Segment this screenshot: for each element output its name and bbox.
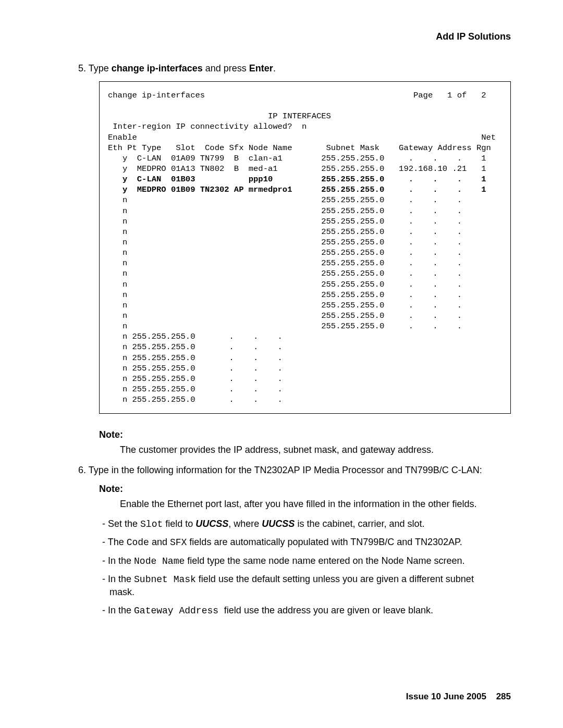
step-text: Type in the following information for th… [89, 465, 482, 475]
page-footer: Issue 10 June 2005 285 [406, 692, 511, 702]
bullet-1: - Set the Slot field to UUCSS, where UUC… [109, 517, 500, 530]
section-header: Add IP Solutions [52, 31, 511, 42]
b-mid: field to [163, 519, 195, 529]
note1-body: The customer provides the IP address, su… [120, 443, 511, 456]
step-num: 6. [78, 465, 86, 475]
t-line: y C-LAN 01A09 TN799 B clan-a1 255.255.25… [108, 154, 486, 163]
t-line: n 255.255.255.0 . . . [108, 248, 462, 257]
step-key: Enter [249, 63, 273, 73]
t-line: n 255.255.255.0 . . . [108, 269, 462, 278]
b-field: Gateway Address [134, 606, 224, 616]
t-line: n 255.255.255.0 . . . [108, 385, 283, 394]
t-line: n 255.255.255.0 . . . [108, 322, 462, 331]
t-line: n 255.255.255.0 . . . [108, 195, 462, 205]
b-field2: SFX [170, 537, 187, 548]
t-line: n 255.255.255.0 . . . [108, 301, 462, 310]
note2-label: Note: [99, 484, 511, 495]
step-6: 6. Type in the following information for… [89, 464, 500, 476]
b-pre: - In the [102, 556, 134, 566]
t-line: n 255.255.255.0 . . . [108, 374, 283, 384]
b-mid: and [149, 537, 170, 547]
t-line: change ip-interfaces Page 1 of 2 [108, 91, 486, 100]
b-field: Code [127, 537, 149, 548]
b-field: Slot [140, 519, 163, 529]
b-post: field type the same node name entered on… [185, 556, 464, 566]
b-pre: - In the [102, 605, 134, 615]
step-mid: and press [203, 63, 249, 73]
step-num: 5. [78, 63, 86, 73]
footer-issue: Issue 10 June 2005 [406, 692, 486, 701]
note2-body: Enable the Ethernet port last, after you… [120, 498, 511, 510]
b-post: is the cabinet, carrier, and slot. [295, 519, 424, 529]
t-line: Inter-region IP connectivity allowed? n [108, 122, 307, 131]
t-line: n 255.255.255.0 . . . [108, 395, 283, 404]
t-line: n 255.255.255.0 . . . [108, 258, 462, 268]
step-post: . [273, 63, 276, 73]
t-line: n 255.255.255.0 . . . [108, 353, 283, 363]
b-field: Subnet Mask [134, 574, 196, 585]
t-line: Enable Net [108, 133, 496, 142]
t-line: IP INTERFACES [108, 112, 331, 121]
step-5: 5. Type change ip-interfaces and press E… [89, 63, 511, 74]
b-val: UUCSS [195, 519, 228, 529]
t-line: n 255.255.255.0 . . . [108, 342, 283, 352]
footer-page: 285 [496, 692, 511, 701]
t-line: n 255.255.255.0 . . . [108, 364, 283, 373]
b-val2: UUCSS [262, 519, 295, 529]
b-pre: - Set the [102, 519, 140, 529]
bullet-5: - In the Gateway Address field use the a… [109, 604, 500, 617]
b-post: field use the address you are given or l… [224, 605, 433, 615]
b-field: Node Name [134, 556, 185, 566]
t-line: n 255.255.255.0 . . . [108, 227, 462, 237]
note1-label: Note: [99, 429, 511, 440]
b-post: fields are automatically populated with … [187, 537, 462, 547]
t-line: n 255.255.255.0 . . . [108, 280, 462, 289]
t-line: n 255.255.255.0 . . . [108, 238, 462, 247]
b-mid2: , where [228, 519, 262, 529]
step-pre: Type [89, 63, 112, 73]
document-page: Add IP Solutions 5. Type change ip-inter… [0, 0, 563, 728]
t-line-bold: y MEDPRO 01B09 TN2302 AP mrmedpro1 255.2… [108, 185, 486, 194]
bullet-2: - The Code and SFX fields are automatica… [109, 536, 500, 549]
bullet-3: - In the Node Name field type the same n… [109, 554, 500, 567]
t-line: n 255.255.255.0 . . . [108, 217, 462, 226]
t-line: y MEDPRO 01A13 TN802 B med-a1 255.255.25… [108, 164, 486, 174]
t-line: n 255.255.255.0 . . . [108, 290, 462, 300]
b-pre: - In the [102, 574, 134, 584]
terminal-output: change ip-interfaces Page 1 of 2 IP INTE… [99, 81, 511, 414]
t-line: n 255.255.255.0 . . . [108, 206, 462, 216]
t-line: n 255.255.255.0 . . . [108, 311, 462, 320]
bullet-4: - In the Subnet Mask field use the defau… [109, 573, 500, 599]
t-line: Eth Pt Type Slot Code Sfx Node Name Subn… [108, 143, 491, 153]
t-line-bold: y C-LAN 01B03 ppp10 255.255.255.0 . . . … [108, 175, 486, 184]
t-line: n 255.255.255.0 . . . [108, 332, 283, 341]
b-pre: - The [102, 537, 127, 547]
step-cmd: change ip-interfaces [112, 63, 203, 73]
